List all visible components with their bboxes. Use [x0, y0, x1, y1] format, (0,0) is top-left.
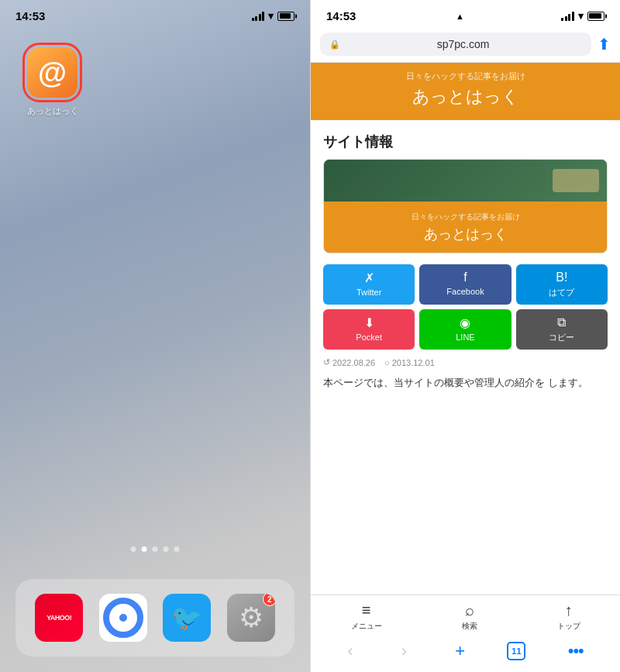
browser-content: 日々をハックする記事をお届け あっとはっく サイト情報 日々をハックする記事をお… — [311, 63, 620, 594]
nav-search[interactable]: ⌕ 検索 — [462, 601, 477, 632]
published-date-value: 2013.12.01 — [392, 358, 435, 367]
site-subtitle: 日々をハックする記事をお届け — [323, 71, 608, 82]
pocket-share-icon: ⬇ — [364, 315, 374, 330]
nav-top[interactable]: ↑ トップ — [557, 601, 580, 632]
share-copy-button[interactable]: ⧉ コピー — [516, 309, 608, 350]
url-bar-container: 🔒 sp7pc.com ⬆ — [311, 26, 620, 63]
card-image-bg: 日々をハックする記事をお届け あっとはっく — [324, 160, 607, 253]
card-image: 日々をハックする記事をお届け あっとはっく — [324, 160, 607, 253]
browser-toolbar: ‹ › + 11 ••• — [311, 636, 620, 669]
card-image-bottom: 日々をハックする記事をお届け あっとはっく — [324, 202, 607, 253]
wifi-icon: ▾ — [268, 10, 274, 22]
add-tab-button[interactable]: + — [449, 639, 471, 663]
site-title: あっとはっく — [323, 85, 608, 109]
home-screen: 14:53 ▾ @ あっとはっく — [0, 0, 310, 672]
card-subtitle: 日々をハックする記事をお届け — [412, 212, 520, 222]
update-icon: ↺ — [323, 357, 330, 367]
copy-share-label: コピー — [549, 332, 574, 343]
app-label: あっとはっく — [27, 105, 78, 117]
settings-gear-icon: ⚙ — [239, 601, 264, 634]
page-dot-3[interactable] — [153, 546, 158, 552]
dock: YAHOO! 🐦 ⚙ 2 — [16, 579, 294, 656]
line-share-icon: ◉ — [460, 315, 470, 330]
twitter-share-icon: ✗ — [364, 271, 374, 285]
share-pocket-button[interactable]: ⬇ Pocket — [323, 309, 415, 350]
hatena-share-icon: B! — [556, 271, 567, 284]
published-date: ○ 2013.12.01 — [384, 357, 435, 367]
facebook-share-icon: f — [463, 271, 467, 284]
tab-count-value: 11 — [512, 646, 521, 656]
share-facebook-button[interactable]: f Facebook — [419, 264, 511, 305]
right-signal-icon — [561, 12, 574, 21]
menu-label: メニュー — [351, 621, 382, 632]
bottom-nav-items: ≡ メニュー ⌕ 検索 ↑ トップ — [311, 601, 620, 632]
at-symbol: @ — [38, 58, 67, 88]
battery-icon — [277, 12, 294, 21]
forward-button[interactable]: › — [395, 639, 413, 663]
hatena-share-label: はてブ — [549, 287, 574, 298]
yahoo-label: YAHOO! — [46, 614, 71, 622]
back-button[interactable]: ‹ — [341, 639, 359, 663]
twitter-share-label: Twitter — [356, 288, 381, 297]
search-icon: ⌕ — [465, 601, 474, 619]
more-button[interactable]: ••• — [562, 639, 590, 663]
share-hatena-button[interactable]: B! はてブ — [516, 264, 608, 305]
description-text: 本ページでは、当サイトの概要や管理人の紹介を します。 — [323, 375, 608, 391]
right-wifi-icon: ▾ — [578, 10, 584, 22]
chrome-icon — [103, 598, 143, 638]
lock-icon: 🔒 — [329, 40, 340, 50]
at-hack-icon[interactable]: @ — [27, 47, 78, 98]
site-card: 日々をハックする記事をお届け あっとはっく — [323, 159, 608, 253]
pocket-share-label: Pocket — [356, 333, 382, 342]
search-label: 検索 — [462, 621, 477, 632]
page-dot-4[interactable] — [164, 546, 169, 552]
updated-date: ↺ 2022.08.26 — [323, 357, 375, 367]
left-status-icons: ▾ — [252, 10, 295, 22]
section-title: サイト情報 — [323, 133, 608, 151]
page-dot-5[interactable] — [174, 546, 180, 552]
signal-icon — [252, 12, 265, 21]
facebook-share-label: Facebook — [446, 287, 484, 296]
nav-menu[interactable]: ≡ メニュー — [351, 601, 382, 632]
card-image-top — [324, 160, 607, 202]
dock-app-chrome[interactable] — [99, 594, 147, 642]
right-status-bar: 14:53 ▲ ▾ — [311, 0, 620, 26]
share-twitter-button[interactable]: ✗ Twitter — [323, 264, 415, 305]
share-buttons: ✗ Twitter f Facebook B! はてブ ⬇ Pocket ◉ — [323, 264, 608, 350]
tab-count[interactable]: 11 — [507, 642, 525, 660]
menu-icon: ≡ — [362, 601, 371, 619]
desk-decoration — [553, 169, 599, 192]
site-header: 日々をハックする記事をお届け あっとはっく — [311, 63, 620, 120]
left-status-bar: 14:53 ▾ — [0, 0, 310, 26]
date-info: ↺ 2022.08.26 ○ 2013.12.01 — [323, 357, 608, 367]
update-date-value: 2022.08.26 — [332, 358, 375, 367]
app-icon-at-hack[interactable]: @ あっとはっく — [23, 43, 81, 117]
twitter-icon: 🐦 — [171, 603, 202, 632]
left-time: 14:53 — [16, 9, 45, 22]
settings-badge: 2 — [263, 594, 275, 606]
share-line-button[interactable]: ◉ LINE — [419, 309, 511, 350]
page-dot-1[interactable] — [131, 546, 136, 552]
dock-app-settings[interactable]: ⚙ 2 — [227, 594, 275, 642]
dock-app-yahoo[interactable]: YAHOO! — [35, 594, 83, 642]
copy-share-icon: ⧉ — [557, 315, 566, 329]
line-share-label: LINE — [456, 333, 474, 342]
card-title: あっとはっく — [424, 225, 508, 243]
url-text[interactable]: sp7pc.com — [344, 38, 582, 50]
share-icon[interactable]: ⬆ — [598, 35, 611, 53]
dock-app-twitter[interactable]: 🐦 — [163, 594, 211, 642]
url-bar[interactable]: 🔒 sp7pc.com — [320, 33, 591, 56]
right-status-icons: ▾ — [561, 10, 604, 22]
location-arrow-icon: ▲ — [456, 12, 464, 21]
bottom-nav: ≡ メニュー ⌕ 検索 ↑ トップ ‹ › + 11 ••• — [311, 594, 620, 672]
published-icon: ○ — [384, 358, 390, 367]
top-icon: ↑ — [565, 601, 573, 619]
page-dot-2[interactable] — [142, 546, 147, 552]
app-icon-ring: @ — [22, 43, 82, 102]
top-label: トップ — [557, 621, 580, 632]
page-content: サイト情報 日々をハックする記事をお届け あっとはっく — [311, 120, 620, 404]
browser-panel: 14:53 ▲ ▾ 🔒 sp7pc.com ⬆ 日々をハックする記事をお届け あ… — [310, 0, 620, 672]
right-time: 14:53 — [326, 9, 356, 22]
right-battery-icon — [587, 12, 604, 21]
page-dots — [131, 546, 180, 552]
